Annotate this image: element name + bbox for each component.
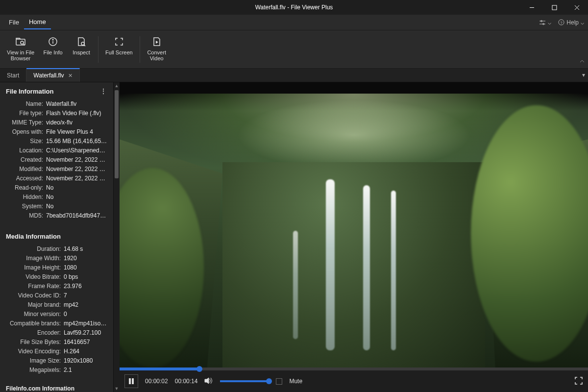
info-row: Encoder:Lavf59.27.100: [5, 328, 108, 337]
info-row: Major brand:mp42: [5, 300, 108, 309]
info-value: 1080: [64, 264, 108, 271]
info-row: Image Width:1920: [5, 253, 108, 263]
maximize-button[interactable]: [543, 0, 565, 15]
info-label: System:: [5, 203, 43, 210]
info-value: November 22, 2022 10:…: [46, 156, 108, 163]
tabs-overflow-button[interactable]: ▾: [582, 72, 585, 78]
tab-start[interactable]: Start: [0, 69, 26, 82]
full-screen-button[interactable]: Full Screen: [101, 33, 137, 66]
info-value: 14.68 s: [64, 245, 108, 252]
help-button[interactable]: ? Help ⌵: [558, 19, 584, 26]
convert-video-button[interactable]: Convert Video: [143, 33, 171, 66]
info-label: File Size Bytes:: [5, 339, 61, 345]
scroll-thumb[interactable]: [115, 90, 119, 178]
info-row: Accessed:November 22, 2022 10:…: [5, 173, 108, 183]
info-row: MD5:7beabd70164dfb94769…: [5, 211, 108, 220]
close-button[interactable]: [565, 0, 588, 15]
scroll-up-button[interactable]: ▲: [114, 82, 120, 89]
tab-close-button[interactable]: ✕: [68, 73, 73, 79]
collapse-ribbon-button[interactable]: [579, 57, 585, 66]
info-row: Duration:14.68 s: [5, 244, 108, 253]
info-label: Size:: [5, 138, 43, 145]
info-row: Image Size:1920x1080: [5, 356, 108, 365]
fileinfo-site-section: FileInfo.com Information .FLV - 1 file t…: [0, 382, 113, 392]
window-controls: [520, 0, 588, 15]
menu-file[interactable]: File: [4, 16, 24, 29]
info-label: Video Bitrate:: [5, 273, 61, 280]
section-title: File Information: [6, 88, 54, 95]
volume-slider[interactable]: [220, 380, 269, 382]
info-value: 1920x1080: [64, 357, 108, 364]
ribbon-separator: [140, 36, 140, 63]
svg-rect-1: [552, 5, 557, 10]
document-tabs: Start Waterfall.flv ✕ ▾: [0, 69, 588, 82]
info-row: Hidden:No: [5, 192, 108, 201]
folder-search-icon: [15, 36, 26, 48]
file-info-header: File Information ⋮: [0, 82, 113, 98]
info-row: System:No: [5, 201, 108, 211]
info-icon: [48, 36, 58, 48]
menubar: File Home ⌵ ? Help ⌵: [0, 15, 588, 30]
time-elapsed: 00:00:02: [145, 378, 168, 385]
scroll-down-button[interactable]: ▼: [114, 385, 120, 392]
section-title: FileInfo.com Information: [6, 385, 107, 392]
info-row: File type:Flash Video File (.flv): [5, 108, 108, 118]
info-row: Modified:November 22, 2022 10:…: [5, 164, 108, 173]
inspect-button[interactable]: Inspect: [68, 33, 95, 66]
info-value: 15.66 MB (16,416,657 b…: [46, 138, 108, 145]
info-value: C:\Users\SharpenedPr…: [46, 147, 108, 154]
tab-waterfall[interactable]: Waterfall.flv ✕: [26, 68, 79, 82]
info-label: Video Encoding:: [5, 348, 61, 355]
info-label: Image Height:: [5, 264, 61, 271]
player-fullscreen-button[interactable]: [574, 376, 583, 387]
info-label: Minor version:: [5, 311, 61, 318]
file-info-button[interactable]: File Info: [39, 33, 67, 66]
info-label: Created:: [5, 156, 43, 163]
info-label: Opens with:: [5, 128, 43, 135]
player-controls: 00:00:02 00:00:14 Mute: [120, 368, 588, 392]
svg-marker-21: [205, 378, 209, 384]
svg-rect-19: [129, 378, 131, 384]
info-row: Minor version:0: [5, 309, 108, 318]
info-value: 2.1: [64, 367, 108, 373]
expand-icon: [574, 376, 583, 385]
section-menu-button[interactable]: ⋮: [100, 87, 107, 95]
info-row: Frame Rate:23.976: [5, 281, 108, 291]
info-value: 0: [64, 311, 108, 318]
seek-fill: [120, 368, 199, 370]
scroll-track[interactable]: [114, 89, 120, 385]
ribbon-label: Convert Video: [147, 49, 166, 62]
chevron-down-icon: ⌵: [581, 19, 584, 26]
seek-bar[interactable]: [120, 368, 588, 370]
mute-checkbox[interactable]: [276, 378, 282, 385]
fullscreen-icon: [115, 36, 123, 48]
info-value: No: [46, 203, 108, 210]
info-label: Image Size:: [5, 357, 61, 364]
info-value: mp42mp41iso…: [64, 320, 108, 327]
seek-knob[interactable]: [196, 366, 202, 372]
info-row: Opens with:File Viewer Plus 4: [5, 127, 108, 136]
window-title: Waterfall.flv - File Viewer Plus: [0, 4, 588, 11]
mute-label: Mute: [289, 378, 302, 385]
info-value: 1920: [64, 255, 108, 262]
view-in-browser-button[interactable]: View in File Browser: [3, 33, 38, 66]
ribbon-separator: [98, 36, 98, 63]
svg-marker-18: [156, 41, 158, 44]
info-label: Frame Rate:: [5, 283, 61, 290]
info-value: Flash Video File (.flv): [46, 110, 108, 117]
info-label: File type:: [5, 110, 43, 117]
volume-knob[interactable]: [266, 378, 272, 384]
info-value: Lavf59.27.100: [64, 329, 108, 336]
menu-home[interactable]: Home: [24, 15, 51, 29]
sidebar-scrollbar[interactable]: ▲ ▼: [114, 82, 120, 392]
video-canvas[interactable]: [120, 82, 588, 368]
pause-button[interactable]: [124, 374, 138, 388]
info-sidebar: File Information ⋮ Name:Waterfall.flvFil…: [0, 82, 114, 392]
info-value: H.264: [64, 348, 108, 355]
info-row: Video Bitrate:0 bps: [5, 272, 108, 281]
ribbon-label: View in File Browser: [7, 49, 34, 62]
settings-button[interactable]: ⌵: [539, 19, 551, 26]
info-value: November 22, 2022 10:…: [46, 166, 108, 172]
minimize-button[interactable]: [520, 0, 543, 15]
volume-button[interactable]: [204, 377, 213, 386]
